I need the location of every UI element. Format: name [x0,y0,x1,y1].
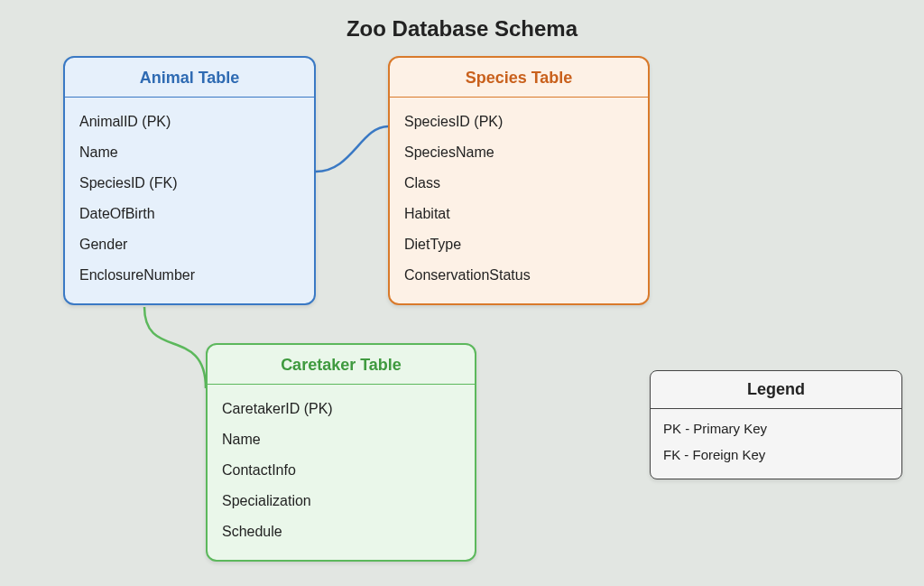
table-animal: Animal Table AnimalID (PK) Name SpeciesI… [63,56,316,305]
diagram-title: Zoo Database Schema [0,16,924,42]
field: SpeciesName [404,137,633,168]
field: DietType [404,229,633,260]
field: Gender [79,229,300,260]
legend-item: FK - Foreign Key [663,442,889,469]
table-animal-body: AnimalID (PK) Name SpeciesID (FK) DateOf… [65,98,314,303]
field: AnimalID (PK) [79,107,300,137]
legend-body: PK - Primary Key FK - Foreign Key [651,409,901,479]
field: ContactInfo [222,455,460,486]
legend-item: PK - Primary Key [663,416,889,442]
field: SpeciesID (FK) [79,168,300,199]
field: Name [222,424,460,455]
connector-animal-caretaker [144,307,206,388]
field: Schedule [222,516,460,547]
field: SpeciesID (PK) [404,107,633,137]
field: DateOfBirth [79,199,300,229]
table-species-body: SpeciesID (PK) SpeciesName Class Habitat… [390,98,648,303]
legend-header: Legend [651,371,901,409]
table-species-header: Species Table [390,58,648,98]
table-animal-header: Animal Table [65,58,314,98]
field: Specialization [222,486,460,516]
table-caretaker-header: Caretaker Table [208,345,475,385]
field: ConservationStatus [404,260,633,291]
field: Habitat [404,199,633,229]
field: CaretakerID (PK) [222,394,460,424]
connector-animal-species [316,126,388,172]
field: Name [79,137,300,168]
legend-box: Legend PK - Primary Key FK - Foreign Key [650,370,902,479]
field: EnclosureNumber [79,260,300,291]
table-caretaker-body: CaretakerID (PK) Name ContactInfo Specia… [208,385,475,560]
field: Class [404,168,633,199]
table-species: Species Table SpeciesID (PK) SpeciesName… [388,56,650,305]
table-caretaker: Caretaker Table CaretakerID (PK) Name Co… [206,343,476,562]
